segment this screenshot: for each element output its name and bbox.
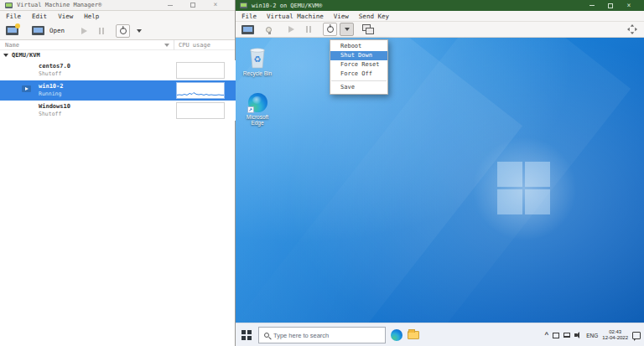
taskbar-file-explorer-icon[interactable] (408, 331, 419, 339)
open-vm-icon[interactable] (32, 26, 44, 35)
vmm-window-controls: × (166, 2, 230, 9)
start-button[interactable] (242, 330, 252, 340)
speaker-icon[interactable] (574, 332, 582, 338)
viewer-window-title: win10-2 on QEMU/KVM® (252, 3, 322, 9)
vm-state: Shutoff (39, 70, 61, 77)
viewer-menubar: File Virtual Machine View Send Key (236, 11, 644, 22)
maximize-icon[interactable] (189, 2, 197, 9)
windows-desktop[interactable]: ♻ Recycle Bin ↗ Microsoft Edge (236, 38, 644, 323)
notification-center-icon[interactable] (632, 332, 641, 339)
menu-item-reboot[interactable]: Reboot (330, 42, 387, 51)
viewer-toolbar (236, 22, 644, 38)
column-divider (174, 40, 174, 50)
viewer-window: win10-2 on QEMU/KVM® × File Virtual Mach… (236, 0, 644, 346)
viewer-menu-send-key[interactable]: Send Key (359, 13, 389, 20)
connection-label: QEMU/KVM (12, 52, 40, 59)
menu-item-force-reset[interactable]: Force Reset (330, 60, 387, 70)
viewer-menu-file[interactable]: File (242, 13, 257, 20)
shutdown-dropdown-caret-icon[interactable] (137, 29, 142, 33)
pause-icon[interactable] (306, 26, 311, 33)
vm-name: centos7.0 (39, 63, 70, 70)
caret-down-icon (345, 28, 350, 31)
vmm-menu-edit[interactable]: Edit (32, 13, 47, 20)
vm-running-icon (20, 85, 33, 95)
search-icon (264, 333, 269, 338)
viewer-window-controls: × (588, 2, 640, 9)
console-icon[interactable] (242, 25, 254, 34)
shutdown-vm-button[interactable] (116, 24, 130, 38)
menu-item-save[interactable]: Save (330, 83, 387, 92)
vm-icon (20, 65, 33, 75)
maximize-icon[interactable] (606, 2, 615, 9)
desktop-icon-microsoft-edge[interactable]: ↗ Microsoft Edge (239, 93, 276, 126)
vmm-titlebar: Virtual Machine Manager® × (0, 0, 235, 11)
power-icon (327, 26, 334, 33)
recycle-glyph: ♻ (254, 54, 262, 64)
cpu-usage-graph (176, 62, 225, 79)
hardware-details-icon[interactable] (266, 27, 272, 33)
pause-vm-icon[interactable] (99, 28, 104, 34)
minimize-icon[interactable] (166, 2, 174, 9)
vm-state: Shutoff (39, 111, 61, 117)
cpu-usage-graph (176, 102, 225, 119)
viewer-app-icon (240, 3, 247, 8)
shutdown-dropdown-button[interactable] (340, 23, 354, 36)
fullscreen-icon[interactable] (627, 24, 637, 34)
vm-list-header: Name CPU usage (0, 40, 235, 50)
taskbar-edge-icon[interactable] (391, 329, 402, 341)
play-badge-icon (22, 85, 31, 92)
network-icon[interactable] (564, 333, 570, 338)
desktop-icon-recycle-bin[interactable]: ♻ Recycle Bin (239, 46, 276, 76)
new-vm-icon[interactable] (6, 26, 18, 35)
vmm-app-icon (5, 3, 13, 8)
vmm-menu-help[interactable]: Help (84, 13, 99, 20)
run-vm-icon[interactable] (81, 28, 87, 34)
minimize-icon[interactable] (588, 2, 596, 9)
shutdown-button[interactable] (323, 23, 337, 36)
taskbar-clock[interactable]: 02:43 12-04-2022 (602, 329, 628, 341)
windows-logo (497, 162, 550, 214)
taskbar-search[interactable] (258, 327, 386, 343)
viewer-menu-view[interactable]: View (334, 13, 349, 20)
desktop-icon-label: Recycle Bin (243, 70, 272, 76)
viewer-titlebar: win10-2 on QEMU/KVM® × (236, 0, 644, 11)
snapshots-icon[interactable] (362, 24, 374, 34)
close-icon[interactable]: × (211, 2, 220, 9)
system-tray: ^ ENG 02:43 12-04-2022 (545, 323, 641, 346)
vmm-menubar: File Edit View Help (0, 11, 235, 22)
vmm-menu-file[interactable]: File (6, 13, 21, 20)
vm-row-win10-2[interactable]: win10-2 Running (0, 80, 236, 101)
clock-time: 02:43 (602, 329, 628, 335)
vmm-toolbar: Open (0, 22, 235, 40)
vm-state: Running (39, 90, 61, 97)
desktop-icon-label: Microsoft Edge (241, 114, 274, 126)
vm-icon (20, 105, 33, 115)
open-button[interactable]: Open (49, 27, 65, 34)
expander-icon[interactable] (3, 54, 8, 57)
vm-row-windows10[interactable]: Windows10 Shutoff (0, 101, 236, 121)
shortcut-arrow-icon: ↗ (247, 106, 254, 113)
close-icon[interactable]: × (625, 2, 633, 9)
vmm-window: Virtual Machine Manager® × File Edit Vie… (0, 0, 236, 346)
vm-row-centos7[interactable]: centos7.0 Shutoff (0, 60, 236, 80)
column-header-cpu[interactable]: CPU usage (179, 42, 210, 49)
column-header-name[interactable]: Name (5, 42, 19, 49)
language-indicator[interactable]: ENG (586, 333, 598, 338)
shutdown-dropdown-menu: Reboot Shut Down Force Reset Force Off S… (330, 39, 388, 95)
sort-caret-icon (164, 44, 169, 47)
power-icon (120, 28, 127, 34)
recycle-bin-icon: ♻ (248, 46, 267, 69)
search-input[interactable] (273, 332, 380, 339)
connection-group-row[interactable]: QEMU/KVM (0, 50, 235, 60)
cpu-usage-graph (176, 82, 225, 99)
menu-item-force-off[interactable]: Force Off (330, 70, 387, 79)
run-icon[interactable] (288, 26, 294, 33)
cpu-usage-sparkline (177, 83, 224, 98)
viewer-menu-virtual-machine[interactable]: Virtual Machine (267, 13, 324, 20)
menu-item-shut-down[interactable]: Shut Down (330, 51, 387, 60)
vmm-menu-view[interactable]: View (58, 13, 73, 20)
tray-status-icon[interactable] (553, 333, 559, 338)
windows-taskbar: ^ ENG 02:43 12-04-2022 (236, 323, 644, 346)
tray-chevron-icon[interactable]: ^ (545, 332, 549, 338)
vm-name: Windows10 (39, 103, 70, 110)
